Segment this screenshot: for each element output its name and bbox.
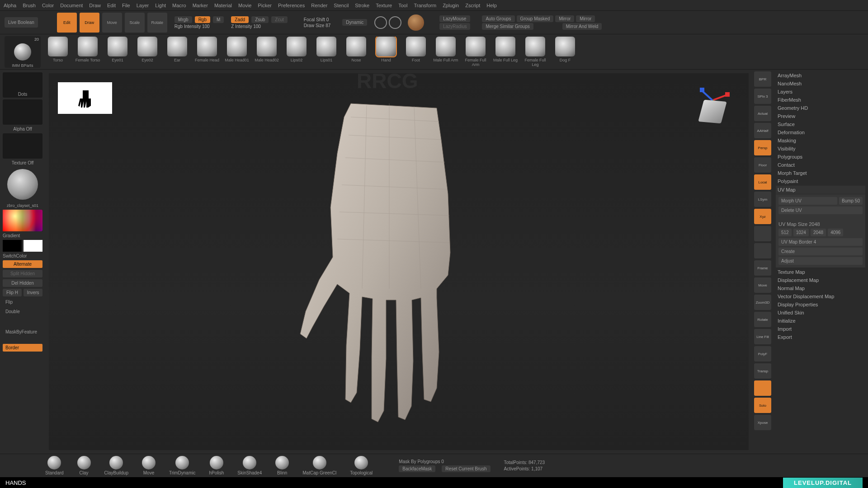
strip-xpose[interactable]: Xpose xyxy=(754,415,771,430)
menu-item[interactable]: Light xyxy=(155,3,166,8)
bottom-brush-matcap greencl[interactable]: MatCap GreenCl xyxy=(302,456,336,475)
mask-feature-button[interactable]: MaskByFeature xyxy=(3,328,42,336)
menu-item[interactable]: Stroke xyxy=(355,3,369,8)
menu-item[interactable]: Material xyxy=(214,3,232,8)
bottom-brush-standard[interactable]: Standard xyxy=(45,456,64,475)
brush-male-head01[interactable]: Male Head01 xyxy=(224,37,250,67)
strip-btn[interactable] xyxy=(754,380,771,396)
zcut-button[interactable]: Zcut xyxy=(271,16,287,23)
swatch-white[interactable] xyxy=(24,240,42,252)
menu-item[interactable]: Layer xyxy=(137,3,149,8)
zsub-button[interactable]: Zsub xyxy=(251,16,269,23)
brush-male-head02[interactable]: Male Head02 xyxy=(254,37,279,67)
panel-displacement-map[interactable]: Displacement Map xyxy=(776,276,865,284)
panel-polypaint[interactable]: Polypaint xyxy=(776,177,865,185)
panel-contact[interactable]: Contact xyxy=(776,161,865,169)
menu-item[interactable]: Draw xyxy=(89,3,101,8)
draw-button[interactable]: Draw xyxy=(80,13,99,33)
invert-button[interactable]: Invers xyxy=(24,289,42,296)
bottom-brush-topological[interactable]: Topological xyxy=(350,456,373,475)
d-toggle-icon[interactable] xyxy=(389,16,401,29)
lazymouse-button[interactable]: LazyMouse xyxy=(439,15,470,22)
panel-display-properties[interactable]: Display Properties xyxy=(776,300,865,309)
strip-local[interactable]: Local xyxy=(754,174,771,190)
mrgb-button[interactable]: Mrgb xyxy=(175,16,192,23)
reset-brush-button[interactable]: Reset Current Brush xyxy=(442,465,490,472)
bump-value[interactable]: Bump 50 xyxy=(839,197,863,205)
morph-uv-button[interactable]: Morph UV xyxy=(778,197,837,205)
strip-solo[interactable]: Solo xyxy=(754,398,771,413)
imm-brush-thumb[interactable]: 20 IMM BParts xyxy=(5,36,41,68)
menu-item[interactable]: Movie xyxy=(238,3,251,8)
panel-export[interactable]: Export xyxy=(776,333,865,341)
border-button[interactable]: Border xyxy=(3,344,42,352)
menu-item[interactable]: Zplugin xyxy=(443,3,459,8)
bottom-brush-clay[interactable]: Clay xyxy=(77,456,91,475)
panel-masking[interactable]: Masking xyxy=(776,136,865,145)
dynamic-button[interactable]: Dynamic xyxy=(342,19,367,26)
move-button[interactable]: Move xyxy=(102,13,122,33)
texture-thumb[interactable] xyxy=(3,133,42,159)
panel-fibermesh[interactable]: FiberMesh xyxy=(776,96,865,104)
scale-button[interactable]: Scale xyxy=(125,13,145,33)
menu-item[interactable]: Preferences xyxy=(278,3,305,8)
brush-dog-f[interactable]: Dog F xyxy=(552,37,578,67)
menu-item[interactable]: Transform xyxy=(414,3,436,8)
strip-line-fill[interactable]: Line Fill xyxy=(754,329,771,344)
panel-unified-skin[interactable]: Unified Skin xyxy=(776,309,865,317)
bottom-brush-skinshade4[interactable]: SkinShade4 xyxy=(237,456,262,475)
strip-btn[interactable] xyxy=(754,226,771,241)
brush-female-head[interactable]: Female Head xyxy=(194,37,220,67)
strip-move[interactable]: Move xyxy=(754,277,771,293)
stroke-thumb[interactable]: Dots xyxy=(3,72,42,98)
menu-item[interactable]: Document xyxy=(60,3,83,8)
split-hidden-button[interactable]: Split Hidden xyxy=(3,270,42,277)
mirror-weld-button[interactable]: Mirror And Weld xyxy=(562,23,602,30)
panel-surface[interactable]: Surface xyxy=(776,120,865,128)
edit-button[interactable]: Edit xyxy=(57,13,77,33)
strip-aahalf[interactable]: AAHalf xyxy=(754,123,771,138)
delete-uv-button[interactable]: Delete UV xyxy=(778,206,863,214)
uv-size-1024[interactable]: 1024 xyxy=(793,229,809,236)
zadd-button[interactable]: Zadd xyxy=(231,16,249,23)
bottom-brush-hpolish[interactable]: hPolish xyxy=(209,456,224,475)
panel-morph-target[interactable]: Morph Target xyxy=(776,169,865,177)
brush-lips02[interactable]: Lips02 xyxy=(284,37,309,67)
del-hidden-button[interactable]: Del Hidden xyxy=(3,279,42,287)
brush-ear[interactable]: Ear xyxy=(165,37,190,67)
bottom-brush-blinn[interactable]: Blinn xyxy=(275,456,289,475)
brush-male-full-arm[interactable]: Male Full Arm xyxy=(433,37,458,67)
color-picker[interactable] xyxy=(3,210,42,231)
brush-nose[interactable]: Nose xyxy=(344,37,369,67)
m-button[interactable]: M xyxy=(213,16,224,23)
panel-geometry-hd[interactable]: Geometry HD xyxy=(776,104,865,112)
strip-spix-3[interactable]: SPix 3 xyxy=(754,89,771,104)
mirror-button[interactable]: Mirror xyxy=(555,15,574,22)
flip-h-button[interactable]: Flip H xyxy=(3,289,22,296)
strip-polyf[interactable]: PolyF xyxy=(754,346,771,361)
adjust-button[interactable]: Adjust xyxy=(778,257,863,265)
uv-size-2048[interactable]: 2048 xyxy=(811,229,826,236)
menu-item[interactable]: Stencil xyxy=(334,3,349,8)
panel-visibility[interactable]: Visibility xyxy=(776,145,865,153)
double-button[interactable]: Double xyxy=(3,308,42,315)
live-boolean-button[interactable]: Live Boolean xyxy=(5,17,38,28)
menu-item[interactable]: Alpha xyxy=(4,3,16,8)
menu-item[interactable]: Brush xyxy=(23,3,36,8)
alpha-thumb[interactable] xyxy=(3,99,42,125)
menu-item[interactable]: Render xyxy=(311,3,327,8)
menu-item[interactable]: Edit xyxy=(107,3,116,8)
focal-shift-label[interactable]: Focal Shift 0 xyxy=(304,17,330,22)
strip-frame[interactable]: Frame xyxy=(754,260,771,276)
brush-eye02[interactable]: Eye02 xyxy=(135,37,160,67)
uv-border-value[interactable]: UV Map Border 4 xyxy=(778,238,863,246)
panel-initialize[interactable]: Initialize xyxy=(776,317,865,325)
brush-female-torso[interactable]: Female Torso xyxy=(75,37,100,67)
z-intensity-label[interactable]: Z Intensity 100 xyxy=(231,24,287,29)
strip-floor[interactable]: Floor xyxy=(754,157,771,173)
uv-size-4096[interactable]: 4096 xyxy=(828,229,843,236)
switchcolor-label[interactable]: SwitchColor xyxy=(3,253,42,258)
panel-polygroups[interactable]: Polygroups xyxy=(776,153,865,161)
brush-male-full-leg[interactable]: Male Full Leg xyxy=(493,37,518,67)
draw-size-label[interactable]: Draw Size 87 xyxy=(304,23,330,28)
